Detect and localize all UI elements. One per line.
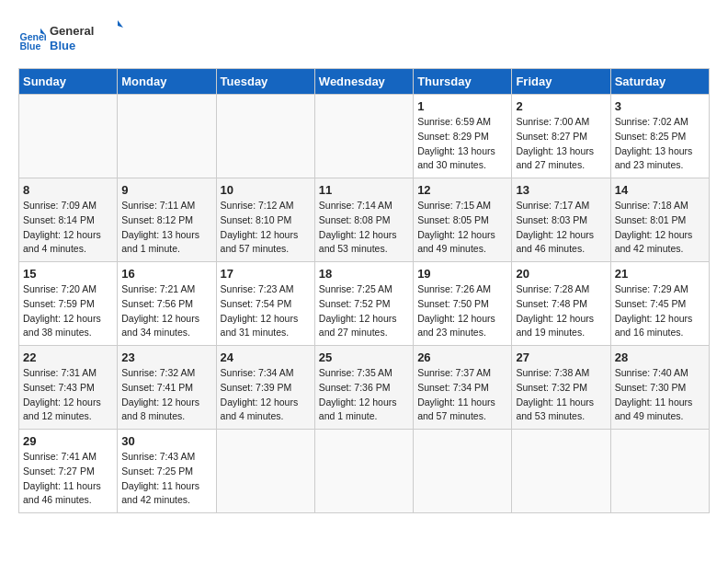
day-info: Sunrise: 7:21 AMSunset: 7:56 PMDaylight:… bbox=[121, 282, 211, 340]
day-info: Sunrise: 7:09 AMSunset: 8:14 PMDaylight:… bbox=[23, 199, 113, 257]
page-header: General Blue General Blue bbox=[18, 18, 710, 59]
col-header-saturday: Saturday bbox=[610, 69, 709, 95]
calendar-cell: 26Sunrise: 7:37 AMSunset: 7:34 PMDayligh… bbox=[414, 346, 512, 430]
calendar-cell bbox=[216, 430, 314, 513]
calendar-cell bbox=[314, 95, 413, 178]
calendar-cell bbox=[19, 95, 118, 178]
day-number: 28 bbox=[615, 350, 705, 364]
calendar-cell: 30Sunrise: 7:43 AMSunset: 7:25 PMDayligh… bbox=[118, 430, 216, 513]
calendar-cell bbox=[512, 430, 610, 513]
calendar-cell: 19Sunrise: 7:26 AMSunset: 7:50 PMDayligh… bbox=[414, 262, 512, 346]
calendar-week-row: 8Sunrise: 7:09 AMSunset: 8:14 PMDaylight… bbox=[19, 178, 710, 262]
calendar-cell bbox=[314, 430, 413, 513]
day-number: 20 bbox=[516, 267, 606, 281]
calendar-cell: 10Sunrise: 7:12 AMSunset: 8:10 PMDayligh… bbox=[216, 178, 314, 262]
calendar-cell: 16Sunrise: 7:21 AMSunset: 7:56 PMDayligh… bbox=[118, 262, 216, 346]
calendar-week-row: 22Sunrise: 7:31 AMSunset: 7:43 PMDayligh… bbox=[19, 346, 710, 430]
svg-marker-5 bbox=[118, 20, 123, 28]
calendar-cell: 24Sunrise: 7:34 AMSunset: 7:39 PMDayligh… bbox=[216, 346, 314, 430]
calendar-cell: 14Sunrise: 7:18 AMSunset: 8:01 PMDayligh… bbox=[610, 178, 709, 262]
calendar-cell bbox=[414, 430, 512, 513]
calendar-header-row: SundayMondayTuesdayWednesdayThursdayFrid… bbox=[19, 69, 710, 95]
day-info: Sunrise: 7:43 AMSunset: 7:25 PMDaylight:… bbox=[121, 450, 211, 508]
day-info: Sunrise: 7:40 AMSunset: 7:30 PMDaylight:… bbox=[615, 366, 705, 424]
col-header-friday: Friday bbox=[512, 69, 610, 95]
day-number: 11 bbox=[319, 183, 409, 197]
day-number: 14 bbox=[615, 183, 705, 197]
day-number: 21 bbox=[615, 267, 705, 281]
day-info: Sunrise: 7:37 AMSunset: 7:34 PMDaylight:… bbox=[417, 366, 507, 424]
day-info: Sunrise: 7:31 AMSunset: 7:43 PMDaylight:… bbox=[23, 366, 113, 424]
calendar-cell: 9Sunrise: 7:11 AMSunset: 8:12 PMDaylight… bbox=[118, 178, 216, 262]
logo-svg: General Blue bbox=[50, 18, 123, 55]
day-number: 3 bbox=[615, 99, 705, 113]
day-number: 9 bbox=[121, 183, 211, 197]
calendar-cell: 23Sunrise: 7:32 AMSunset: 7:41 PMDayligh… bbox=[118, 346, 216, 430]
calendar-cell bbox=[216, 95, 314, 178]
day-number: 29 bbox=[23, 434, 113, 448]
day-number: 12 bbox=[417, 183, 507, 197]
calendar-cell: 1Sunrise: 6:59 AMSunset: 8:29 PMDaylight… bbox=[414, 95, 512, 178]
day-number: 17 bbox=[221, 267, 311, 281]
calendar-cell: 8Sunrise: 7:09 AMSunset: 8:14 PMDaylight… bbox=[19, 178, 118, 262]
calendar-cell bbox=[118, 95, 216, 178]
svg-text:Blue: Blue bbox=[50, 39, 75, 52]
day-info: Sunrise: 7:02 AMSunset: 8:25 PMDaylight:… bbox=[615, 115, 705, 173]
day-info: Sunrise: 7:23 AMSunset: 7:54 PMDaylight:… bbox=[221, 282, 311, 340]
day-number: 15 bbox=[23, 267, 113, 281]
day-info: Sunrise: 7:41 AMSunset: 7:27 PMDaylight:… bbox=[23, 450, 113, 508]
calendar-week-row: 29Sunrise: 7:41 AMSunset: 7:27 PMDayligh… bbox=[19, 430, 710, 513]
day-info: Sunrise: 7:35 AMSunset: 7:36 PMDaylight:… bbox=[319, 366, 409, 424]
day-info: Sunrise: 7:17 AMSunset: 8:03 PMDaylight:… bbox=[516, 199, 606, 257]
calendar-cell: 28Sunrise: 7:40 AMSunset: 7:30 PMDayligh… bbox=[610, 346, 709, 430]
calendar-week-row: 15Sunrise: 7:20 AMSunset: 7:59 PMDayligh… bbox=[19, 262, 710, 346]
day-info: Sunrise: 7:11 AMSunset: 8:12 PMDaylight:… bbox=[121, 199, 211, 257]
day-number: 1 bbox=[417, 99, 507, 113]
day-number: 19 bbox=[417, 267, 507, 281]
day-number: 8 bbox=[23, 183, 113, 197]
day-number: 23 bbox=[121, 350, 211, 364]
calendar-cell: 13Sunrise: 7:17 AMSunset: 8:03 PMDayligh… bbox=[512, 178, 610, 262]
calendar-cell: 17Sunrise: 7:23 AMSunset: 7:54 PMDayligh… bbox=[216, 262, 314, 346]
day-info: Sunrise: 6:59 AMSunset: 8:29 PMDaylight:… bbox=[417, 115, 507, 173]
day-info: Sunrise: 7:29 AMSunset: 7:45 PMDaylight:… bbox=[615, 282, 705, 340]
col-header-sunday: Sunday bbox=[19, 69, 118, 95]
logo: General Blue General Blue bbox=[18, 18, 123, 59]
svg-text:Blue: Blue bbox=[20, 40, 41, 52]
calendar-cell: 22Sunrise: 7:31 AMSunset: 7:43 PMDayligh… bbox=[19, 346, 118, 430]
day-number: 26 bbox=[417, 350, 507, 364]
calendar-cell: 15Sunrise: 7:20 AMSunset: 7:59 PMDayligh… bbox=[19, 262, 118, 346]
day-info: Sunrise: 7:25 AMSunset: 7:52 PMDaylight:… bbox=[319, 282, 409, 340]
day-info: Sunrise: 7:00 AMSunset: 8:27 PMDaylight:… bbox=[516, 115, 606, 173]
day-info: Sunrise: 7:12 AMSunset: 8:10 PMDaylight:… bbox=[221, 199, 311, 257]
day-info: Sunrise: 7:32 AMSunset: 7:41 PMDaylight:… bbox=[121, 366, 211, 424]
calendar-body: 1Sunrise: 6:59 AMSunset: 8:29 PMDaylight… bbox=[19, 95, 710, 513]
calendar-cell: 3Sunrise: 7:02 AMSunset: 8:25 PMDaylight… bbox=[610, 95, 709, 178]
day-info: Sunrise: 7:15 AMSunset: 8:05 PMDaylight:… bbox=[417, 199, 507, 257]
calendar-cell: 18Sunrise: 7:25 AMSunset: 7:52 PMDayligh… bbox=[314, 262, 413, 346]
calendar-cell: 21Sunrise: 7:29 AMSunset: 7:45 PMDayligh… bbox=[610, 262, 709, 346]
calendar-cell bbox=[610, 430, 709, 513]
day-number: 2 bbox=[516, 99, 606, 113]
day-number: 22 bbox=[23, 350, 113, 364]
calendar-cell: 11Sunrise: 7:14 AMSunset: 8:08 PMDayligh… bbox=[314, 178, 413, 262]
day-info: Sunrise: 7:20 AMSunset: 7:59 PMDaylight:… bbox=[23, 282, 113, 340]
day-info: Sunrise: 7:38 AMSunset: 7:32 PMDaylight:… bbox=[516, 366, 606, 424]
day-number: 30 bbox=[121, 434, 211, 448]
col-header-wednesday: Wednesday bbox=[314, 69, 413, 95]
calendar-cell: 29Sunrise: 7:41 AMSunset: 7:27 PMDayligh… bbox=[19, 430, 118, 513]
calendar-cell: 27Sunrise: 7:38 AMSunset: 7:32 PMDayligh… bbox=[512, 346, 610, 430]
day-number: 24 bbox=[221, 350, 311, 364]
col-header-thursday: Thursday bbox=[414, 69, 512, 95]
calendar-cell: 25Sunrise: 7:35 AMSunset: 7:36 PMDayligh… bbox=[314, 346, 413, 430]
calendar-table: SundayMondayTuesdayWednesdayThursdayFrid… bbox=[18, 68, 710, 513]
col-header-tuesday: Tuesday bbox=[216, 69, 314, 95]
svg-text:General: General bbox=[50, 24, 94, 38]
calendar-cell: 20Sunrise: 7:28 AMSunset: 7:48 PMDayligh… bbox=[512, 262, 610, 346]
day-info: Sunrise: 7:34 AMSunset: 7:39 PMDaylight:… bbox=[221, 366, 311, 424]
calendar-cell: 2Sunrise: 7:00 AMSunset: 8:27 PMDaylight… bbox=[512, 95, 610, 178]
day-info: Sunrise: 7:26 AMSunset: 7:50 PMDaylight:… bbox=[417, 282, 507, 340]
logo-icon: General Blue bbox=[18, 25, 46, 52]
day-number: 13 bbox=[516, 183, 606, 197]
day-number: 27 bbox=[516, 350, 606, 364]
